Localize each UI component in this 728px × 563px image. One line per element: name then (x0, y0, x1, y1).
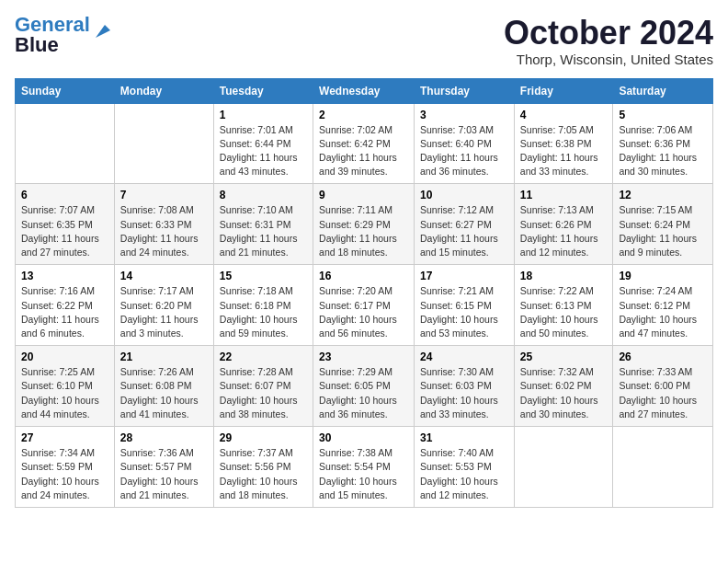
day-number: 7 (120, 189, 208, 201)
day-number: 3 (420, 109, 508, 121)
calendar-day-cell: 26Sunrise: 7:33 AMSunset: 6:00 PMDayligh… (613, 346, 713, 427)
calendar-day-cell: 5Sunrise: 7:06 AMSunset: 6:36 PMDaylight… (613, 103, 713, 184)
day-info: Sunrise: 7:30 AMSunset: 6:03 PMDaylight:… (420, 366, 498, 419)
day-info: Sunrise: 7:36 AMSunset: 5:57 PMDaylight:… (120, 447, 199, 500)
day-info: Sunrise: 7:26 AMSunset: 6:08 PMDaylight:… (120, 366, 199, 419)
calendar-week-row: 1Sunrise: 7:01 AMSunset: 6:44 PMDaylight… (16, 103, 713, 184)
logo: GeneralBlue (15, 15, 112, 55)
day-info: Sunrise: 7:05 AMSunset: 6:38 PMDaylight:… (520, 124, 598, 178)
day-info: Sunrise: 7:01 AMSunset: 6:44 PMDaylight:… (220, 124, 298, 178)
day-info: Sunrise: 7:18 AMSunset: 6:18 PMDaylight:… (220, 285, 298, 339)
day-info: Sunrise: 7:32 AMSunset: 6:02 PMDaylight:… (520, 366, 598, 419)
day-info: Sunrise: 7:29 AMSunset: 6:05 PMDaylight:… (319, 366, 397, 419)
header-cell-sunday: Sunday (16, 78, 115, 103)
calendar-day-cell: 25Sunrise: 7:32 AMSunset: 6:02 PMDayligh… (514, 346, 613, 427)
header-cell-friday: Friday (514, 78, 613, 103)
calendar-day-cell: 3Sunrise: 7:03 AMSunset: 6:40 PMDaylight… (415, 103, 515, 184)
calendar-day-cell: 10Sunrise: 7:12 AMSunset: 6:27 PMDayligh… (415, 184, 515, 265)
calendar-day-cell: 16Sunrise: 7:20 AMSunset: 6:17 PMDayligh… (313, 265, 415, 346)
day-info: Sunrise: 7:21 AMSunset: 6:15 PMDaylight:… (420, 285, 498, 339)
calendar-day-cell: 1Sunrise: 7:01 AMSunset: 6:44 PMDaylight… (213, 103, 313, 184)
calendar-day-cell: 8Sunrise: 7:10 AMSunset: 6:31 PMDaylight… (213, 184, 313, 265)
day-number: 25 (520, 350, 608, 363)
svg-marker-0 (96, 25, 110, 38)
calendar-day-cell: 24Sunrise: 7:30 AMSunset: 6:03 PMDayligh… (415, 346, 515, 427)
day-number: 23 (319, 350, 408, 363)
calendar-day-cell: 17Sunrise: 7:21 AMSunset: 6:15 PMDayligh… (415, 265, 515, 346)
day-number: 21 (120, 350, 208, 363)
calendar-day-cell: 28Sunrise: 7:36 AMSunset: 5:57 PMDayligh… (114, 427, 213, 508)
calendar-day-cell (16, 103, 115, 184)
calendar-week-row: 13Sunrise: 7:16 AMSunset: 6:22 PMDayligh… (16, 265, 713, 346)
month-title: October 2024 (504, 15, 713, 52)
day-number: 18 (520, 270, 608, 282)
calendar-day-cell: 30Sunrise: 7:38 AMSunset: 5:54 PMDayligh… (313, 427, 415, 508)
calendar-day-cell: 31Sunrise: 7:40 AMSunset: 5:53 PMDayligh… (415, 427, 515, 508)
day-number: 15 (220, 270, 307, 282)
day-number: 26 (619, 350, 707, 363)
location: Thorp, Wisconsin, United States (504, 52, 713, 67)
day-info: Sunrise: 7:38 AMSunset: 5:54 PMDaylight:… (319, 447, 397, 500)
calendar-day-cell (514, 427, 613, 508)
day-number: 13 (21, 270, 108, 282)
calendar-week-row: 6Sunrise: 7:07 AMSunset: 6:35 PMDaylight… (16, 184, 713, 265)
header-cell-tuesday: Tuesday (213, 78, 313, 103)
calendar-day-cell: 7Sunrise: 7:08 AMSunset: 6:33 PMDaylight… (114, 184, 213, 265)
calendar-day-cell (114, 103, 213, 184)
day-number: 5 (619, 109, 707, 121)
calendar-day-cell: 12Sunrise: 7:15 AMSunset: 6:24 PMDayligh… (613, 184, 713, 265)
header-cell-monday: Monday (114, 78, 213, 103)
day-number: 24 (420, 350, 508, 363)
day-number: 19 (619, 270, 707, 282)
day-info: Sunrise: 7:07 AMSunset: 6:35 PMDaylight:… (21, 204, 99, 258)
logo-text: GeneralBlue (15, 15, 90, 55)
day-number: 27 (21, 431, 108, 444)
calendar-week-row: 20Sunrise: 7:25 AMSunset: 6:10 PMDayligh… (16, 346, 713, 427)
day-info: Sunrise: 7:10 AMSunset: 6:31 PMDaylight:… (220, 204, 298, 258)
header-cell-wednesday: Wednesday (313, 78, 415, 103)
day-number: 22 (220, 350, 307, 363)
day-info: Sunrise: 7:37 AMSunset: 5:56 PMDaylight:… (220, 447, 298, 500)
calendar-day-cell: 19Sunrise: 7:24 AMSunset: 6:12 PMDayligh… (613, 265, 713, 346)
calendar-day-cell: 14Sunrise: 7:17 AMSunset: 6:20 PMDayligh… (114, 265, 213, 346)
day-info: Sunrise: 7:28 AMSunset: 6:07 PMDaylight:… (220, 366, 298, 419)
day-number: 12 (619, 189, 707, 201)
day-number: 1 (220, 109, 307, 121)
page-header: GeneralBlue October 2024 Thorp, Wisconsi… (15, 15, 713, 67)
logo-bird-icon (92, 21, 112, 41)
calendar-day-cell: 13Sunrise: 7:16 AMSunset: 6:22 PMDayligh… (16, 265, 115, 346)
calendar-day-cell: 18Sunrise: 7:22 AMSunset: 6:13 PMDayligh… (514, 265, 613, 346)
day-info: Sunrise: 7:08 AMSunset: 6:33 PMDaylight:… (120, 204, 199, 258)
calendar-day-cell: 27Sunrise: 7:34 AMSunset: 5:59 PMDayligh… (16, 427, 115, 508)
calendar-day-cell: 29Sunrise: 7:37 AMSunset: 5:56 PMDayligh… (213, 427, 313, 508)
calendar-day-cell: 11Sunrise: 7:13 AMSunset: 6:26 PMDayligh… (514, 184, 613, 265)
day-number: 6 (21, 189, 108, 201)
day-info: Sunrise: 7:02 AMSunset: 6:42 PMDaylight:… (319, 124, 397, 178)
day-number: 16 (319, 270, 408, 282)
day-number: 8 (220, 189, 307, 201)
calendar-day-cell: 23Sunrise: 7:29 AMSunset: 6:05 PMDayligh… (313, 346, 415, 427)
day-number: 29 (220, 431, 307, 444)
calendar-day-cell: 9Sunrise: 7:11 AMSunset: 6:29 PMDaylight… (313, 184, 415, 265)
day-number: 31 (420, 431, 508, 444)
day-number: 11 (520, 189, 608, 201)
day-info: Sunrise: 7:12 AMSunset: 6:27 PMDaylight:… (420, 204, 498, 258)
day-number: 2 (319, 109, 408, 121)
day-info: Sunrise: 7:06 AMSunset: 6:36 PMDaylight:… (619, 124, 697, 178)
day-info: Sunrise: 7:24 AMSunset: 6:12 PMDaylight:… (619, 285, 697, 339)
day-info: Sunrise: 7:16 AMSunset: 6:22 PMDaylight:… (21, 285, 99, 339)
calendar-week-row: 27Sunrise: 7:34 AMSunset: 5:59 PMDayligh… (16, 427, 713, 508)
calendar-day-cell: 22Sunrise: 7:28 AMSunset: 6:07 PMDayligh… (213, 346, 313, 427)
calendar-day-cell: 20Sunrise: 7:25 AMSunset: 6:10 PMDayligh… (16, 346, 115, 427)
day-info: Sunrise: 7:40 AMSunset: 5:53 PMDaylight:… (420, 447, 498, 500)
day-info: Sunrise: 7:33 AMSunset: 6:00 PMDaylight:… (619, 366, 697, 419)
day-info: Sunrise: 7:22 AMSunset: 6:13 PMDaylight:… (520, 285, 598, 339)
day-info: Sunrise: 7:11 AMSunset: 6:29 PMDaylight:… (319, 204, 397, 258)
calendar-day-cell: 21Sunrise: 7:26 AMSunset: 6:08 PMDayligh… (114, 346, 213, 427)
day-number: 17 (420, 270, 508, 282)
day-info: Sunrise: 7:03 AMSunset: 6:40 PMDaylight:… (420, 124, 498, 178)
day-number: 20 (21, 350, 108, 363)
title-block: October 2024 Thorp, Wisconsin, United St… (504, 15, 713, 67)
day-info: Sunrise: 7:15 AMSunset: 6:24 PMDaylight:… (619, 204, 697, 258)
day-info: Sunrise: 7:17 AMSunset: 6:20 PMDaylight:… (120, 285, 199, 339)
